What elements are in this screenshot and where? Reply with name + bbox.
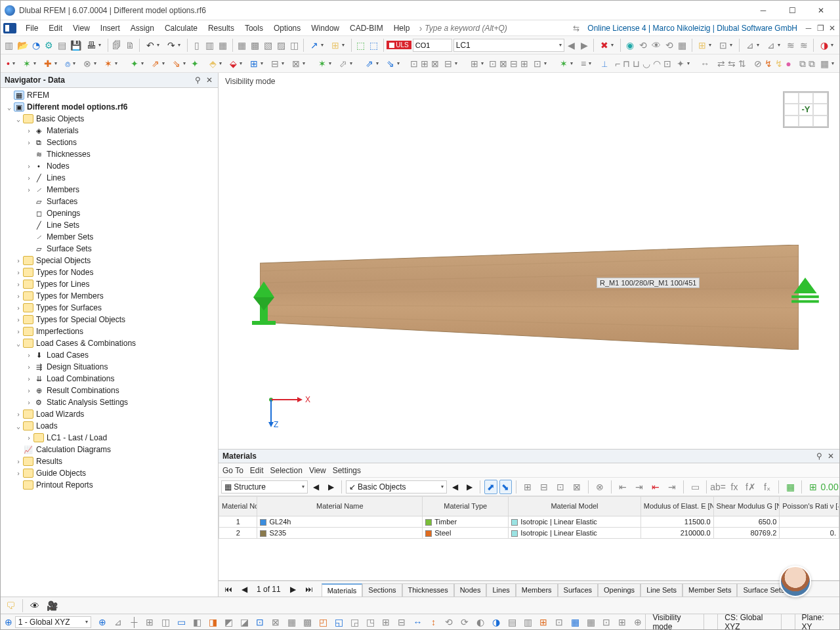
col-name[interactable]: Material Name [257, 497, 423, 516]
tb2-icon-27[interactable]: ⊞ [520, 56, 529, 71]
table-row[interactable]: 2S235SteelIsotropic | Linear Elastic2100… [219, 528, 839, 539]
r10-icon[interactable]: ≋ [785, 38, 797, 52]
status-icon-10[interactable]: ⊡ [253, 615, 267, 629]
status-icon-23[interactable]: ⟳ [457, 615, 472, 629]
r3-icon[interactable]: 👁 [650, 38, 662, 52]
col-v[interactable]: Poisson's Rati ν [-] [780, 497, 839, 516]
navigator-tree[interactable]: ▦RFEM⌄▣Different model options.rf6⌄Basic… [1, 88, 218, 597]
tab-openings[interactable]: Openings [598, 583, 640, 597]
cs-select[interactable]: 1 - Global XYZ▾ [15, 616, 92, 628]
v1-icon[interactable]: ▯ [191, 38, 203, 52]
status-icon-20[interactable]: ↔ [410, 615, 425, 629]
camera-icon[interactable]: 🎥 [45, 598, 59, 613]
status-icon-5[interactable]: ▭ [174, 615, 188, 629]
status-icon-17[interactable]: ◳ [363, 615, 377, 629]
status-icon-27[interactable]: ▥ [520, 615, 535, 629]
bp-icon-9[interactable]: ⇤ [648, 480, 663, 494]
settings-icon[interactable]: ⚙ [43, 38, 55, 52]
bp-icon-7[interactable]: ⇤ [616, 480, 630, 494]
bp-icon-5[interactable]: ⊗ [593, 480, 607, 494]
model-icon[interactable]: ◔ [30, 38, 42, 52]
nav-next2-button[interactable]: ▶ [463, 480, 476, 494]
tree-load-cases[interactable]: ›⬇Load Cases [3, 349, 218, 361]
status-icon-15[interactable]: ◱ [331, 615, 346, 629]
r2-icon[interactable]: ⟲ [637, 38, 649, 52]
tree-loads[interactable]: ⌄Loads [3, 420, 218, 432]
select-mode-a-button[interactable]: ⬈ [484, 480, 497, 494]
tree-nodes[interactable]: ›•Nodes [3, 160, 218, 172]
status-icon-3[interactable]: ⊞ [142, 615, 157, 629]
bp-icon-8[interactable]: ⇥ [632, 480, 646, 494]
tb2-icon-34[interactable]: ⊔ [632, 56, 640, 71]
bp-icon-1[interactable]: ⊟ [537, 480, 551, 494]
tb2-icon-16[interactable]: ⬀▾ [336, 56, 356, 71]
maximize-button[interactable]: ☐ [778, 1, 807, 20]
tb2-icon-12[interactable]: ⊞▾ [247, 56, 266, 71]
first-page-button[interactable]: ⏮ [221, 582, 236, 597]
tb2-icon-44[interactable]: ↯ [764, 56, 773, 71]
tree-types-for-surfaces[interactable]: ›Types for Surfaces [3, 302, 218, 314]
v3-icon[interactable]: ▦ [217, 38, 229, 52]
tree-member-sets[interactable]: ⟋Member Sets [3, 231, 218, 243]
copy-icon[interactable]: 🗐 [111, 38, 123, 52]
bp-icon-14[interactable]: ab= [711, 480, 725, 494]
tb2-icon-33[interactable]: ⊓ [622, 56, 631, 71]
menu-calculate[interactable]: Calculate [159, 22, 203, 35]
tree-basic-objects[interactable]: ⌄Basic Objects [3, 113, 218, 125]
r6-icon[interactable]: ⊞▾ [695, 38, 715, 52]
status-icon-16[interactable]: ◲ [347, 615, 362, 629]
materials-menu-view[interactable]: View [309, 466, 326, 475]
tb2-icon-35[interactable]: ◡ [642, 56, 651, 71]
tb2-icon-25[interactable]: ⊠ [499, 56, 508, 71]
tb2-icon-6[interactable]: ✦▾ [127, 56, 147, 71]
tb2-icon-8[interactable]: ⇘▾ [169, 56, 189, 71]
lc-select[interactable]: LC1▾ [453, 39, 564, 52]
menu-file[interactable]: File [20, 22, 43, 35]
tree-special-objects[interactable]: ›Special Objects [3, 255, 218, 266]
tree-calculation-diagrams[interactable]: 📈Calculation Diagrams [3, 444, 218, 455]
tb2-icon-49[interactable]: ▦▾ [817, 56, 837, 71]
d2-icon[interactable]: ⊞▾ [328, 38, 348, 52]
tb2-icon-43[interactable]: ⊘ [753, 56, 763, 71]
tb2-icon-22[interactable]: ⊟▾ [441, 56, 461, 71]
status-icon-12[interactable]: ▦ [284, 615, 299, 629]
tree-types-for-lines[interactable]: ›Types for Lines [3, 278, 218, 290]
tb2-icon-46[interactable]: ● [785, 56, 791, 71]
materials-menu-selection[interactable]: Selection [270, 466, 303, 475]
tb2-icon-18[interactable]: ⇘▾ [383, 56, 403, 71]
tree-lines[interactable]: ›╱Lines [3, 172, 218, 184]
tb2-icon-9[interactable]: ✦ [190, 56, 200, 71]
tab-thicknesses[interactable]: Thicknesses [402, 583, 454, 597]
tb2-icon-31[interactable]: ⟂ [601, 56, 608, 71]
assistant-avatar[interactable] [780, 566, 811, 597]
select-mode-b-button[interactable]: ⬊ [499, 480, 512, 494]
basic-objects-select[interactable]: ↙ Basic Objects▾ [346, 480, 447, 494]
tab-sections[interactable]: Sections [362, 583, 402, 597]
tree-different-model-options-rf6[interactable]: ⌄▣Different model options.rf6 [3, 101, 218, 113]
mdi-restore-icon[interactable]: ❐ [816, 24, 825, 33]
tree-rfem[interactable]: ▦RFEM [3, 89, 218, 101]
status-icon-14[interactable]: ◰ [316, 615, 330, 629]
panel-close-icon[interactable]: ✕ [205, 75, 214, 85]
status-icon-31[interactable]: ▦ [583, 615, 598, 629]
tb2-icon-20[interactable]: ⊞ [420, 56, 429, 71]
menu-cad-bim[interactable]: CAD-BIM [345, 22, 388, 35]
print-icon[interactable]: 🖶▾ [83, 38, 104, 52]
v8-icon[interactable]: ◫ [288, 38, 300, 52]
tb2-icon-42[interactable]: ⇅ [738, 56, 747, 71]
tab-member-sets[interactable]: Member Sets [682, 583, 737, 597]
tree-results[interactable]: ›Results [3, 455, 218, 467]
tree-members[interactable]: ›⟋Members [3, 184, 218, 196]
status-icon-7[interactable]: ◨ [205, 615, 220, 629]
status-icon-28[interactable]: ⊞ [536, 615, 551, 629]
bp-icon-19[interactable]: ▦ [783, 480, 797, 494]
tb2-icon-23[interactable]: ⊞▾ [467, 56, 487, 71]
tb2-icon-15[interactable]: ✶▾ [315, 56, 335, 71]
tb2-icon-2[interactable]: ✚▾ [41, 56, 60, 71]
co-input[interactable] [413, 39, 452, 52]
support-left[interactable] [248, 282, 280, 329]
pin-icon[interactable]: ⚲ [193, 75, 202, 85]
tree-line-sets[interactable]: ╱Line Sets [3, 219, 218, 231]
tb2-icon-14[interactable]: ⊠▾ [289, 56, 308, 71]
v4-icon[interactable]: ▦ [236, 38, 247, 52]
